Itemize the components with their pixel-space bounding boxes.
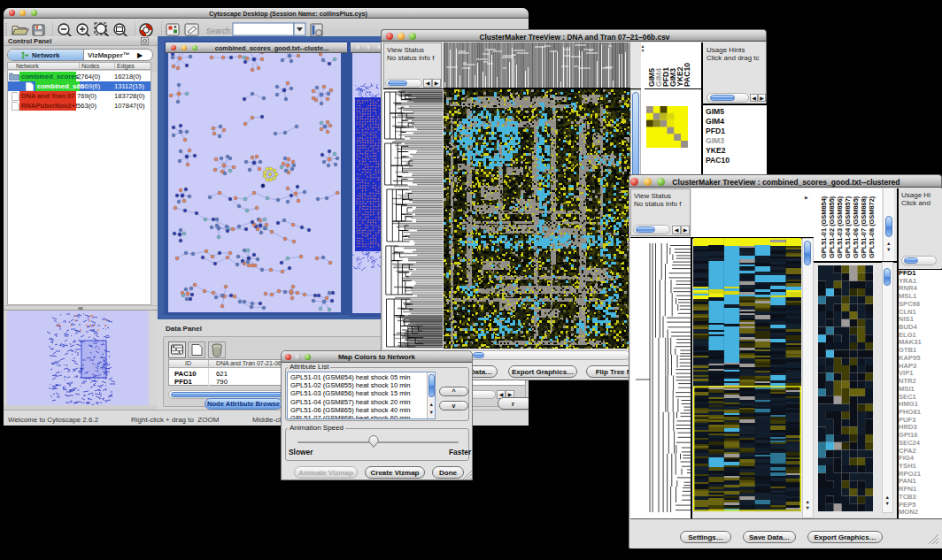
svg-text:Search:: Search: <box>206 27 232 35</box>
